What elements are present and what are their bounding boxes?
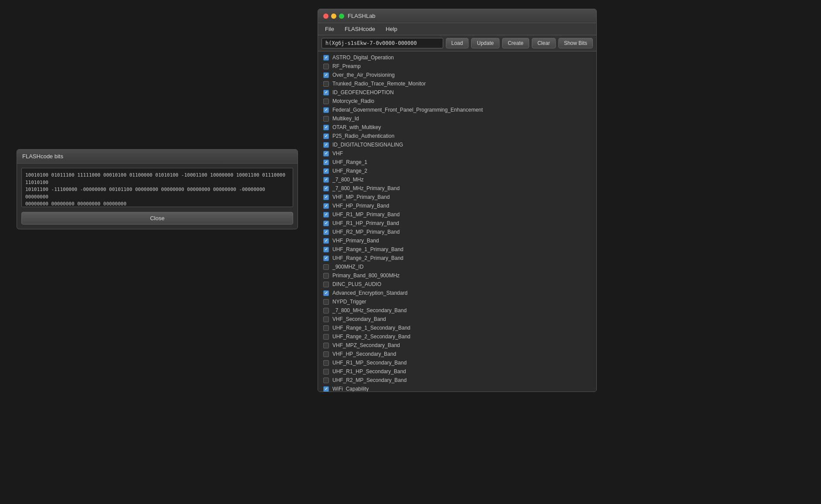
- feature-label: UHF_R1_HP_Primary_Band: [332, 220, 399, 226]
- feature-checkbox[interactable]: [323, 151, 329, 157]
- bits-modal: FLASHcode bits Close: [17, 149, 298, 229]
- list-item: UHF_Range_2_Primary_Band: [318, 254, 596, 262]
- list-item: WiFi_Capability: [318, 385, 596, 392]
- feature-checkbox[interactable]: [323, 369, 329, 375]
- list-item: ID_DIGITALTONESIGNALING: [318, 140, 596, 149]
- list-item: DINC_PLUS_AUDIO: [318, 280, 596, 289]
- feature-label: WiFi_Capability: [332, 386, 369, 392]
- list-item: UHF_Range_2: [318, 167, 596, 175]
- feature-checkbox[interactable]: [323, 64, 329, 69]
- clear-button[interactable]: Clear: [532, 38, 556, 48]
- bits-textarea[interactable]: [21, 168, 293, 207]
- feature-checkbox[interactable]: [323, 334, 329, 340]
- feature-checkbox[interactable]: [323, 273, 329, 279]
- feature-checkbox[interactable]: [323, 247, 329, 252]
- feature-checkbox[interactable]: [323, 229, 329, 235]
- feature-label: Motorcycle_Radio: [332, 98, 374, 104]
- feature-checkbox[interactable]: [323, 90, 329, 95]
- maximize-window-button[interactable]: [339, 14, 344, 19]
- feature-checkbox[interactable]: [323, 107, 329, 113]
- list-item: VHF_MPZ_Secondary_Band: [318, 341, 596, 350]
- bits-close-button[interactable]: Close: [21, 212, 293, 225]
- feature-checkbox[interactable]: [323, 186, 329, 191]
- feature-checkbox[interactable]: [323, 194, 329, 200]
- list-item: UHF_Range_1_Secondary_Band: [318, 324, 596, 332]
- feature-checkbox[interactable]: [323, 177, 329, 183]
- feature-checkbox[interactable]: [323, 378, 329, 383]
- create-button[interactable]: Create: [502, 38, 529, 48]
- feature-checkbox[interactable]: [323, 238, 329, 244]
- update-button[interactable]: Update: [471, 38, 499, 48]
- feature-label: VHF: [332, 150, 343, 157]
- feature-label: ID_GEOFENCEHOPTION: [332, 89, 394, 95]
- feature-checkbox[interactable]: [323, 168, 329, 174]
- feature-checkbox[interactable]: [323, 203, 329, 209]
- feature-label: DINC_PLUS_AUDIO: [332, 281, 381, 287]
- load-button[interactable]: Load: [446, 38, 469, 48]
- list-item: UHF_R2_MP_Secondary_Band: [318, 376, 596, 385]
- feature-label: UHF_R2_MP_Primary_Band: [332, 229, 400, 235]
- feature-label: OTAR_with_Multikey: [332, 124, 381, 130]
- feature-checkbox[interactable]: [323, 212, 329, 218]
- feature-checkbox[interactable]: [323, 317, 329, 322]
- minimize-window-button[interactable]: [331, 14, 336, 19]
- feature-label: Trunked_Radio_Trace_Remote_Monitor: [332, 81, 426, 87]
- list-item: Motorcycle_Radio: [318, 97, 596, 106]
- feature-label: UHF_Range_1_Secondary_Band: [332, 325, 410, 331]
- list-item: _7_800_MHz_Secondary_Band: [318, 306, 596, 315]
- feature-checkbox[interactable]: [323, 360, 329, 366]
- list-item: NYPD_Trigger: [318, 297, 596, 306]
- flashlab-window: FLASHLab File FLASHcode Help Load Update…: [318, 9, 597, 392]
- menu-file[interactable]: File: [323, 25, 336, 33]
- list-item: _900MHZ_ID: [318, 262, 596, 271]
- bits-content: Close: [17, 163, 298, 229]
- feature-label: P25_Radio_Authentication: [332, 133, 394, 139]
- feature-checkbox[interactable]: [323, 282, 329, 287]
- feature-label: UHF_Range_2_Primary_Band: [332, 255, 404, 261]
- feature-label: NYPD_Trigger: [332, 299, 366, 305]
- feature-checkbox[interactable]: [323, 255, 329, 261]
- feature-checkbox[interactable]: [323, 343, 329, 348]
- feature-label: RF_Preamp: [332, 63, 361, 69]
- feature-checkbox[interactable]: [323, 81, 329, 87]
- feature-checkbox[interactable]: [323, 325, 329, 331]
- menu-flashcode[interactable]: FLASHcode: [343, 25, 377, 33]
- feature-label: VHF_Secondary_Band: [332, 316, 386, 322]
- list-item: UHF_R2_MP_Primary_Band: [318, 228, 596, 236]
- list-item: VHF_Secondary_Band: [318, 315, 596, 324]
- list-item: Advanced_Encryption_Standard: [318, 289, 596, 297]
- list-item: P25_Radio_Authentication: [318, 132, 596, 140]
- list-item: UHF_R1_MP_Primary_Band: [318, 210, 596, 219]
- feature-checkbox[interactable]: [323, 142, 329, 148]
- feature-checkbox[interactable]: [323, 221, 329, 226]
- feature-checkbox[interactable]: [323, 299, 329, 305]
- feature-checkbox[interactable]: [323, 72, 329, 78]
- feature-label: _7_800_MHz: [332, 177, 363, 183]
- feature-checkbox[interactable]: [323, 125, 329, 130]
- hash-input[interactable]: [322, 38, 443, 48]
- feature-label: UHF_Range_2: [332, 168, 367, 174]
- feature-checkbox[interactable]: [323, 308, 329, 313]
- list-item: ASTRO_Digital_Operation: [318, 53, 596, 62]
- traffic-lights: [323, 14, 344, 19]
- feature-checkbox[interactable]: [323, 116, 329, 122]
- close-window-button[interactable]: [323, 14, 328, 19]
- list-item: _7_800_MHz: [318, 175, 596, 184]
- window-title: FLASHLab: [348, 13, 376, 19]
- feature-checkbox[interactable]: [323, 264, 329, 270]
- feature-label: Federal_Government_Front_Panel_Programmi…: [332, 107, 483, 113]
- feature-checkbox[interactable]: [323, 55, 329, 61]
- feature-checkbox[interactable]: [323, 290, 329, 296]
- feature-checkbox[interactable]: [323, 133, 329, 139]
- show-bits-button[interactable]: Show Bits: [558, 38, 593, 48]
- feature-checkbox[interactable]: [323, 160, 329, 165]
- feature-checkbox[interactable]: [323, 99, 329, 104]
- feature-label: VHF_HP_Secondary_Band: [332, 351, 396, 357]
- list-item: VHF: [318, 149, 596, 158]
- menu-help[interactable]: Help: [384, 25, 399, 33]
- feature-label: UHF_Range_2_Secondary_Band: [332, 334, 410, 340]
- list-item: OTAR_with_Multikey: [318, 123, 596, 132]
- feature-checkbox[interactable]: [323, 351, 329, 357]
- feature-label: UHF_Range_1: [332, 159, 367, 165]
- feature-checkbox[interactable]: [323, 386, 329, 392]
